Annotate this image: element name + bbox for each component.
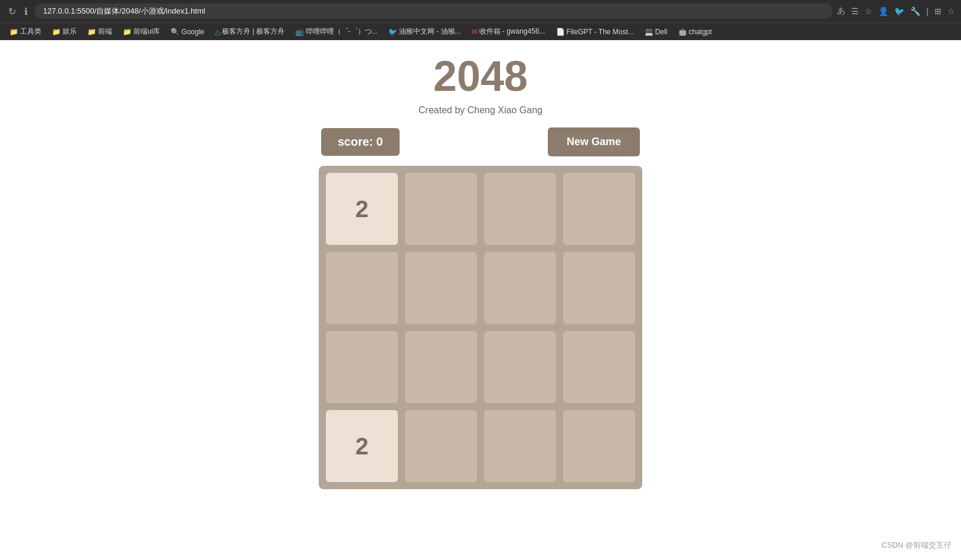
address-bar[interactable]: 127.0.0.1:5500/自媒体/2048/小游戏/index1.html: [35, 4, 832, 19]
bookmark-dell[interactable]: 💻 Dell: [641, 27, 671, 37]
score-label: score:: [338, 135, 373, 148]
sidebar-icon[interactable]: ⊞: [934, 6, 942, 16]
divider: |: [926, 6, 929, 16]
bookmark-tampermonkey[interactable]: 🐦 油猴中文网 - 油猴...: [385, 25, 465, 38]
profile-icon[interactable]: 👤: [878, 6, 888, 16]
new-game-button[interactable]: New Game: [548, 127, 640, 156]
tile: [326, 331, 398, 403]
translate-icon[interactable]: あ: [837, 6, 845, 17]
extensions-icon[interactable]: 🔧: [910, 6, 920, 16]
tile: [484, 331, 556, 403]
info-icon[interactable]: ℹ: [22, 5, 30, 18]
twitter-icon[interactable]: 🐦: [894, 6, 904, 16]
tile: [405, 410, 477, 482]
tile: [484, 173, 556, 245]
url-text: 127.0.0.1:5500/自媒体/2048/小游戏/index1.html: [43, 6, 205, 17]
reload-icon[interactable]: ↻: [6, 5, 18, 18]
tile: [326, 252, 398, 324]
tile: [405, 173, 477, 245]
browser-toolbar: ↻ ℹ 127.0.0.1:5500/自媒体/2048/小游戏/index1.h…: [0, 0, 961, 22]
watermark: CSDN @前端交互仔: [881, 540, 952, 551]
tile: [484, 410, 556, 482]
bookmark-ui[interactable]: 📁 前端ui库: [119, 25, 164, 38]
bookmarks-bar: 📁 工具类 📁 娱乐 📁 前端 📁 前端ui库 🔍 Google △ 极客方舟 …: [0, 22, 961, 40]
bookmark-geek[interactable]: △ 极客方舟 | 极客方舟: [211, 25, 288, 38]
browser-chrome: ↻ ℹ 127.0.0.1:5500/自媒体/2048/小游戏/index1.h…: [0, 0, 961, 40]
tile: [484, 252, 556, 324]
game-board: 22: [319, 166, 642, 489]
tile: [563, 331, 635, 403]
bookmark-mail[interactable]: ✉ 收件箱 - gwang456...: [468, 25, 549, 38]
tile: 2: [326, 173, 398, 245]
game-controls: score: 0 New Game: [321, 127, 640, 156]
browser-controls: ↻ ℹ: [6, 5, 30, 18]
game-subtitle: Created by Cheng Xiao Gang: [419, 105, 542, 116]
bookmark-google[interactable]: 🔍 Google: [167, 27, 208, 37]
bookmark-entertainment[interactable]: 📁 娱乐: [48, 25, 80, 38]
bookmark-filegpt[interactable]: 📄 FileGPT - The Most...: [553, 27, 638, 37]
tile: [405, 252, 477, 324]
reader-icon[interactable]: ☰: [851, 6, 859, 16]
score-value: 0: [377, 135, 383, 148]
bookmark-tools[interactable]: 📁 工具类: [6, 25, 45, 38]
bookmark-bilibili[interactable]: 📺 哔哩哔哩（゜-゜）つ...: [292, 25, 381, 38]
page-content: 2048 Created by Cheng Xiao Gang score: 0…: [0, 40, 961, 553]
browser-right-icons: あ ☰ ☆ 👤 🐦 🔧 | ⊞ ☆: [837, 6, 955, 17]
menu-icon[interactable]: ☆: [947, 6, 955, 16]
tile: [563, 252, 635, 324]
tile: 2: [326, 410, 398, 482]
score-box: score: 0: [321, 128, 400, 156]
tile: [563, 410, 635, 482]
tile: [563, 173, 635, 245]
bookmark-chatgpt[interactable]: 🤖 chatgpt: [675, 27, 715, 37]
bookmark-frontend[interactable]: 📁 前端: [84, 25, 116, 38]
tile: [405, 331, 477, 403]
game-title: 2048: [433, 52, 528, 100]
star-icon[interactable]: ☆: [865, 6, 872, 16]
